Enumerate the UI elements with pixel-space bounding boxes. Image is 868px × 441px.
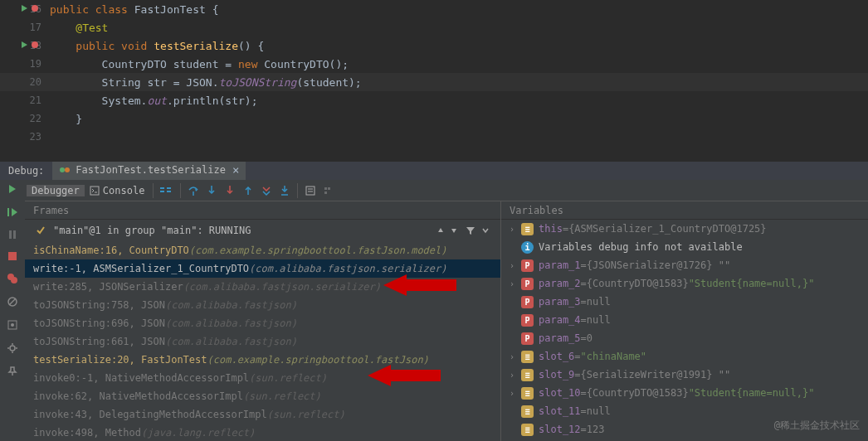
debug-tab-bar: Debug: FastJonTest.testSerialize × — [0, 162, 868, 180]
arrow-up-icon[interactable] — [436, 226, 445, 235]
svg-point-30 — [11, 323, 14, 327]
frame-item[interactable]: toJSONString:661, JSON (com.alibaba.fast… — [25, 332, 500, 351]
frames-header: Frames — [25, 201, 500, 220]
code-editor[interactable]: 16public class FastJonTest {17 @Test18 p… — [0, 0, 868, 162]
svg-rect-15 — [306, 187, 315, 195]
svg-rect-19 — [328, 187, 330, 190]
variables-header: Variables — [501, 201, 868, 220]
svg-rect-7 — [167, 187, 171, 189]
svg-rect-4 — [90, 187, 99, 195]
frame-item[interactable]: testSerialize:20, FastJonTest (com.examp… — [25, 351, 500, 369]
svg-point-2 — [60, 167, 65, 172]
svg-rect-18 — [324, 187, 327, 190]
var-item[interactable]: ›Pparam_1 = {JSONSerializer@1726} "" — [501, 256, 868, 274]
frame-item[interactable]: invoke:43, DelegatingMethodAccessorImpl … — [25, 405, 500, 424]
svg-rect-22 — [9, 230, 12, 239]
svg-rect-6 — [160, 191, 164, 192]
svg-rect-21 — [7, 208, 9, 216]
console-tab[interactable]: Console — [85, 185, 150, 196]
debug-side-toolbar — [0, 201, 25, 441]
breakpoints-icon[interactable] — [7, 273, 18, 284]
pause-icon[interactable] — [7, 230, 17, 240]
step-into-icon[interactable] — [202, 185, 221, 196]
frame-item[interactable]: invoke:498, Method (java.lang.reflect) — [25, 424, 500, 441]
var-item[interactable]: ≡slot_11 = null — [501, 402, 868, 420]
svg-line-28 — [9, 298, 16, 305]
var-item[interactable]: ›≡this = {ASMSerializer_1_CountryDTO@172… — [501, 220, 868, 238]
frame-item[interactable]: toJSONString:758, JSON (com.alibaba.fast… — [25, 296, 500, 314]
force-step-into-icon[interactable] — [221, 185, 239, 196]
var-item[interactable]: ›Pparam_2 = {CountryDTO@1583} "Student{n… — [501, 274, 868, 293]
svg-rect-23 — [13, 230, 16, 239]
variables-panel: Variables ›≡this = {ASMSerializer_1_Coun… — [501, 201, 868, 441]
settings-icon[interactable] — [7, 342, 18, 354]
var-item[interactable]: iVariables debug info not available — [501, 238, 868, 256]
svg-rect-8 — [167, 191, 171, 192]
svg-point-0 — [32, 5, 38, 12]
frame-item[interactable]: invoke0:-1, NativeMethodAccessorImpl (su… — [25, 369, 500, 387]
frames-panel: Frames "main"@1 in group "main": RUNNING… — [25, 201, 501, 441]
var-item[interactable]: Pparam_4 = null — [501, 311, 868, 329]
var-item[interactable]: ›≡slot_9 = {SerializeWriter@1991} "" — [501, 366, 868, 384]
variables-list[interactable]: ›≡this = {ASMSerializer_1_CountryDTO@172… — [501, 220, 868, 441]
debugger-tab[interactable]: Debugger — [27, 185, 85, 196]
svg-point-31 — [10, 346, 15, 351]
evaluate-icon[interactable] — [301, 185, 319, 196]
arrow-down-icon[interactable] — [450, 226, 458, 235]
frame-item[interactable]: isChinaName:16, CountryDTO (com.example.… — [25, 241, 500, 259]
frame-item[interactable]: toJSONString:696, JSON (com.alibaba.fast… — [25, 314, 500, 332]
svg-rect-5 — [160, 187, 164, 189]
console-icon — [90, 186, 100, 196]
filter-icon[interactable] — [466, 225, 475, 235]
debug-label: Debug: — [8, 165, 44, 177]
svg-rect-24 — [8, 252, 17, 260]
debug-tab[interactable]: FastJonTest.testSerialize × — [52, 162, 246, 180]
svg-point-3 — [65, 167, 70, 172]
get-thread-dump-icon[interactable] — [7, 319, 18, 331]
svg-point-1 — [32, 41, 38, 48]
rerun-icon[interactable] — [7, 183, 18, 195]
run-to-cursor-icon[interactable] — [276, 185, 294, 196]
var-item[interactable]: Pparam_5 = 0 — [501, 329, 868, 347]
threads-icon[interactable] — [157, 185, 177, 196]
svg-point-26 — [11, 277, 17, 284]
close-icon[interactable]: × — [232, 163, 239, 177]
var-item[interactable]: Pparam_3 = null — [501, 293, 868, 311]
frame-item[interactable]: write:-1, ASMSerializer_1_CountryDTO (co… — [25, 259, 500, 278]
chevron-down-icon[interactable] — [481, 226, 490, 235]
var-item[interactable]: ›≡slot_6 = "chinaName" — [501, 347, 868, 366]
mute-bp-icon[interactable] — [7, 296, 18, 308]
svg-rect-20 — [324, 191, 327, 194]
var-item[interactable]: ›≡slot_10 = {CountryDTO@1583} "Student{n… — [501, 384, 868, 402]
watermark: @稀土掘金技术社区 — [774, 419, 860, 433]
frame-item[interactable]: write:285, JSONSerializer (com.alibaba.f… — [25, 278, 500, 296]
check-icon — [36, 225, 46, 235]
thread-selector[interactable]: "main"@1 in group "main": RUNNING — [25, 220, 500, 241]
resume-icon[interactable] — [7, 206, 18, 218]
frame-item[interactable]: invoke:62, NativeMethodAccessorImpl (sun… — [25, 387, 500, 405]
pin-icon[interactable] — [7, 366, 18, 377]
test-icon — [59, 164, 71, 176]
trace-icon[interactable] — [319, 185, 338, 196]
frames-list[interactable]: isChinaName:16, CountryDTO (com.example.… — [25, 241, 500, 441]
drop-frame-icon[interactable] — [257, 185, 276, 196]
stop-icon[interactable] — [7, 251, 17, 261]
step-over-icon[interactable] — [184, 185, 202, 196]
step-out-icon[interactable] — [239, 185, 257, 196]
